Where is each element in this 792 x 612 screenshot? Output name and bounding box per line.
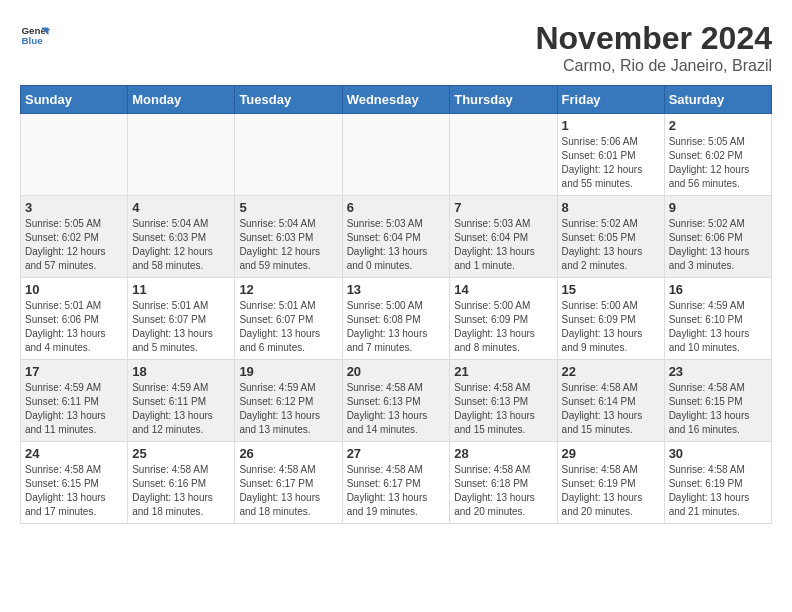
day-info: Sunrise: 4:58 AMSunset: 6:19 PMDaylight:… — [669, 463, 767, 519]
calendar-cell: 1Sunrise: 5:06 AMSunset: 6:01 PMDaylight… — [557, 114, 664, 196]
day-number: 17 — [25, 364, 123, 379]
day-info: Sunrise: 4:58 AMSunset: 6:14 PMDaylight:… — [562, 381, 660, 437]
day-info: Sunrise: 4:58 AMSunset: 6:16 PMDaylight:… — [132, 463, 230, 519]
calendar-cell: 26Sunrise: 4:58 AMSunset: 6:17 PMDayligh… — [235, 442, 342, 524]
day-info: Sunrise: 5:05 AMSunset: 6:02 PMDaylight:… — [25, 217, 123, 273]
calendar-cell: 5Sunrise: 5:04 AMSunset: 6:03 PMDaylight… — [235, 196, 342, 278]
day-number: 14 — [454, 282, 552, 297]
calendar-cell: 24Sunrise: 4:58 AMSunset: 6:15 PMDayligh… — [21, 442, 128, 524]
day-info: Sunrise: 4:58 AMSunset: 6:15 PMDaylight:… — [25, 463, 123, 519]
calendar-cell: 12Sunrise: 5:01 AMSunset: 6:07 PMDayligh… — [235, 278, 342, 360]
calendar-cell — [450, 114, 557, 196]
day-info: Sunrise: 4:58 AMSunset: 6:18 PMDaylight:… — [454, 463, 552, 519]
calendar-table: SundayMondayTuesdayWednesdayThursdayFrid… — [20, 85, 772, 524]
day-number: 27 — [347, 446, 446, 461]
calendar-week-row: 17Sunrise: 4:59 AMSunset: 6:11 PMDayligh… — [21, 360, 772, 442]
day-info: Sunrise: 5:03 AMSunset: 6:04 PMDaylight:… — [347, 217, 446, 273]
calendar-cell: 30Sunrise: 4:58 AMSunset: 6:19 PMDayligh… — [664, 442, 771, 524]
calendar-cell: 19Sunrise: 4:59 AMSunset: 6:12 PMDayligh… — [235, 360, 342, 442]
calendar-week-row: 3Sunrise: 5:05 AMSunset: 6:02 PMDaylight… — [21, 196, 772, 278]
calendar-cell — [235, 114, 342, 196]
day-number: 12 — [239, 282, 337, 297]
day-info: Sunrise: 5:00 AMSunset: 6:09 PMDaylight:… — [454, 299, 552, 355]
calendar-cell: 13Sunrise: 5:00 AMSunset: 6:08 PMDayligh… — [342, 278, 450, 360]
calendar-cell — [128, 114, 235, 196]
day-info: Sunrise: 4:58 AMSunset: 6:19 PMDaylight:… — [562, 463, 660, 519]
calendar-cell: 8Sunrise: 5:02 AMSunset: 6:05 PMDaylight… — [557, 196, 664, 278]
day-info: Sunrise: 4:59 AMSunset: 6:10 PMDaylight:… — [669, 299, 767, 355]
day-info: Sunrise: 4:59 AMSunset: 6:12 PMDaylight:… — [239, 381, 337, 437]
location: Carmo, Rio de Janeiro, Brazil — [535, 57, 772, 75]
weekday-header-thursday: Thursday — [450, 86, 557, 114]
weekday-header-sunday: Sunday — [21, 86, 128, 114]
calendar-cell: 28Sunrise: 4:58 AMSunset: 6:18 PMDayligh… — [450, 442, 557, 524]
day-number: 21 — [454, 364, 552, 379]
title-section: November 2024 Carmo, Rio de Janeiro, Bra… — [535, 20, 772, 75]
weekday-header-monday: Monday — [128, 86, 235, 114]
day-info: Sunrise: 5:02 AMSunset: 6:05 PMDaylight:… — [562, 217, 660, 273]
day-info: Sunrise: 4:58 AMSunset: 6:17 PMDaylight:… — [239, 463, 337, 519]
weekday-header-tuesday: Tuesday — [235, 86, 342, 114]
day-number: 18 — [132, 364, 230, 379]
calendar-cell: 15Sunrise: 5:00 AMSunset: 6:09 PMDayligh… — [557, 278, 664, 360]
day-number: 13 — [347, 282, 446, 297]
calendar-cell: 29Sunrise: 4:58 AMSunset: 6:19 PMDayligh… — [557, 442, 664, 524]
day-number: 30 — [669, 446, 767, 461]
day-info: Sunrise: 4:58 AMSunset: 6:17 PMDaylight:… — [347, 463, 446, 519]
calendar-cell: 11Sunrise: 5:01 AMSunset: 6:07 PMDayligh… — [128, 278, 235, 360]
calendar-cell: 7Sunrise: 5:03 AMSunset: 6:04 PMDaylight… — [450, 196, 557, 278]
day-info: Sunrise: 5:00 AMSunset: 6:09 PMDaylight:… — [562, 299, 660, 355]
calendar-cell: 14Sunrise: 5:00 AMSunset: 6:09 PMDayligh… — [450, 278, 557, 360]
day-info: Sunrise: 5:04 AMSunset: 6:03 PMDaylight:… — [239, 217, 337, 273]
day-number: 23 — [669, 364, 767, 379]
day-number: 20 — [347, 364, 446, 379]
calendar-cell: 27Sunrise: 4:58 AMSunset: 6:17 PMDayligh… — [342, 442, 450, 524]
calendar-cell: 21Sunrise: 4:58 AMSunset: 6:13 PMDayligh… — [450, 360, 557, 442]
day-number: 19 — [239, 364, 337, 379]
weekday-header-saturday: Saturday — [664, 86, 771, 114]
calendar-week-row: 1Sunrise: 5:06 AMSunset: 6:01 PMDaylight… — [21, 114, 772, 196]
day-info: Sunrise: 4:58 AMSunset: 6:13 PMDaylight:… — [454, 381, 552, 437]
logo: General Blue — [20, 20, 50, 50]
day-number: 26 — [239, 446, 337, 461]
calendar-cell — [342, 114, 450, 196]
day-info: Sunrise: 4:58 AMSunset: 6:15 PMDaylight:… — [669, 381, 767, 437]
day-number: 4 — [132, 200, 230, 215]
day-number: 9 — [669, 200, 767, 215]
day-number: 5 — [239, 200, 337, 215]
weekday-header-friday: Friday — [557, 86, 664, 114]
day-number: 24 — [25, 446, 123, 461]
day-number: 11 — [132, 282, 230, 297]
day-number: 10 — [25, 282, 123, 297]
calendar-cell: 4Sunrise: 5:04 AMSunset: 6:03 PMDaylight… — [128, 196, 235, 278]
day-number: 28 — [454, 446, 552, 461]
calendar-week-row: 10Sunrise: 5:01 AMSunset: 6:06 PMDayligh… — [21, 278, 772, 360]
day-number: 8 — [562, 200, 660, 215]
day-info: Sunrise: 5:01 AMSunset: 6:06 PMDaylight:… — [25, 299, 123, 355]
svg-text:Blue: Blue — [22, 35, 44, 46]
calendar-cell: 9Sunrise: 5:02 AMSunset: 6:06 PMDaylight… — [664, 196, 771, 278]
day-number: 1 — [562, 118, 660, 133]
calendar-cell: 22Sunrise: 4:58 AMSunset: 6:14 PMDayligh… — [557, 360, 664, 442]
day-number: 7 — [454, 200, 552, 215]
calendar-cell: 10Sunrise: 5:01 AMSunset: 6:06 PMDayligh… — [21, 278, 128, 360]
weekday-header-wednesday: Wednesday — [342, 86, 450, 114]
calendar-cell: 17Sunrise: 4:59 AMSunset: 6:11 PMDayligh… — [21, 360, 128, 442]
day-info: Sunrise: 5:01 AMSunset: 6:07 PMDaylight:… — [132, 299, 230, 355]
day-info: Sunrise: 4:59 AMSunset: 6:11 PMDaylight:… — [132, 381, 230, 437]
day-info: Sunrise: 5:01 AMSunset: 6:07 PMDaylight:… — [239, 299, 337, 355]
day-number: 29 — [562, 446, 660, 461]
calendar-cell: 20Sunrise: 4:58 AMSunset: 6:13 PMDayligh… — [342, 360, 450, 442]
day-number: 2 — [669, 118, 767, 133]
calendar-cell: 16Sunrise: 4:59 AMSunset: 6:10 PMDayligh… — [664, 278, 771, 360]
day-number: 6 — [347, 200, 446, 215]
calendar-week-row: 24Sunrise: 4:58 AMSunset: 6:15 PMDayligh… — [21, 442, 772, 524]
day-number: 15 — [562, 282, 660, 297]
day-info: Sunrise: 5:06 AMSunset: 6:01 PMDaylight:… — [562, 135, 660, 191]
day-info: Sunrise: 4:58 AMSunset: 6:13 PMDaylight:… — [347, 381, 446, 437]
day-info: Sunrise: 5:03 AMSunset: 6:04 PMDaylight:… — [454, 217, 552, 273]
calendar-cell: 3Sunrise: 5:05 AMSunset: 6:02 PMDaylight… — [21, 196, 128, 278]
day-info: Sunrise: 5:00 AMSunset: 6:08 PMDaylight:… — [347, 299, 446, 355]
day-number: 16 — [669, 282, 767, 297]
logo-icon: General Blue — [20, 20, 50, 50]
